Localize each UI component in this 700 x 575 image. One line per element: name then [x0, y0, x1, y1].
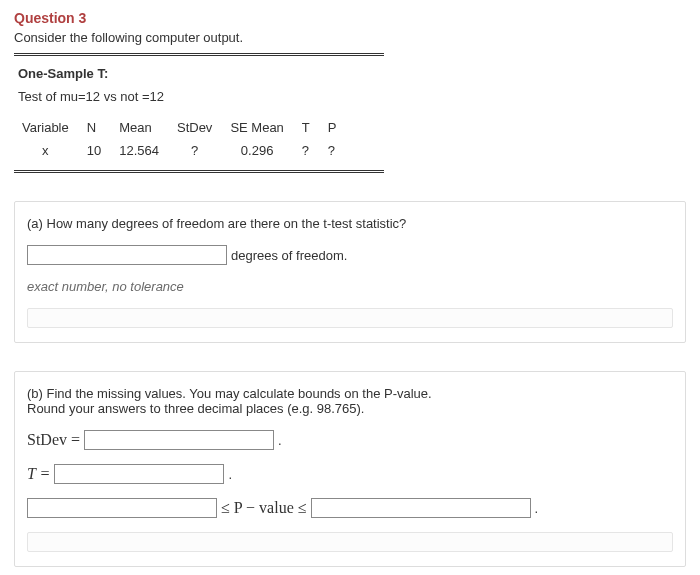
stat-table: Variable N Mean StDev SE Mean T P x 10 1… [18, 116, 350, 162]
col-mean: Mean [115, 116, 173, 139]
part-b: (b) Find the missing values. You may cal… [14, 371, 686, 567]
test-description: Test of mu=12 vs not =12 [18, 89, 686, 104]
dot3: . [535, 501, 539, 516]
pvalue-upper-input[interactable] [311, 498, 531, 518]
col-t: T [298, 116, 324, 139]
part-a-text: (a) How many degrees of freedom are ther… [27, 216, 673, 231]
col-stdev: StDev [173, 116, 226, 139]
output-heading: One-Sample T: [18, 66, 686, 81]
col-p: P [324, 116, 351, 139]
cell-p: ? [324, 139, 351, 162]
cell-mean: 12.564 [115, 139, 173, 162]
part-b-line1: (b) Find the missing values. You may cal… [27, 386, 673, 401]
cell-n: 10 [83, 139, 115, 162]
dot1: . [278, 433, 282, 448]
t-label: T = [27, 465, 50, 483]
df-input[interactable] [27, 245, 227, 265]
col-n: N [83, 116, 115, 139]
cell-variable: x [18, 139, 83, 162]
question-prompt: Consider the following computer output. [14, 30, 686, 45]
question-title: Question 3 [14, 10, 686, 26]
pvalue-lower-input[interactable] [27, 498, 217, 518]
table-header-row: Variable N Mean StDev SE Mean T P [18, 116, 350, 139]
cell-stdev: ? [173, 139, 226, 162]
stdev-input[interactable] [84, 430, 274, 450]
df-trail: degrees of freedom. [231, 248, 347, 263]
stdev-label: StDev = [27, 431, 80, 449]
table-row: x 10 12.564 ? 0.296 ? ? [18, 139, 350, 162]
part-b-line2: Round your answers to three decimal plac… [27, 401, 673, 416]
part-a: (a) How many degrees of freedom are ther… [14, 201, 686, 343]
t-input[interactable] [54, 464, 224, 484]
pvalue-mid: ≤ P − value ≤ [221, 499, 307, 517]
feedback-bar-b [27, 532, 673, 552]
dot2: . [228, 467, 232, 482]
col-semean: SE Mean [226, 116, 297, 139]
feedback-bar-a [27, 308, 673, 328]
col-variable: Variable [18, 116, 83, 139]
rule-bottom [14, 170, 384, 173]
cell-semean: 0.296 [226, 139, 297, 162]
cell-t: ? [298, 139, 324, 162]
rule-top [14, 53, 384, 56]
part-a-hint: exact number, no tolerance [27, 279, 673, 294]
